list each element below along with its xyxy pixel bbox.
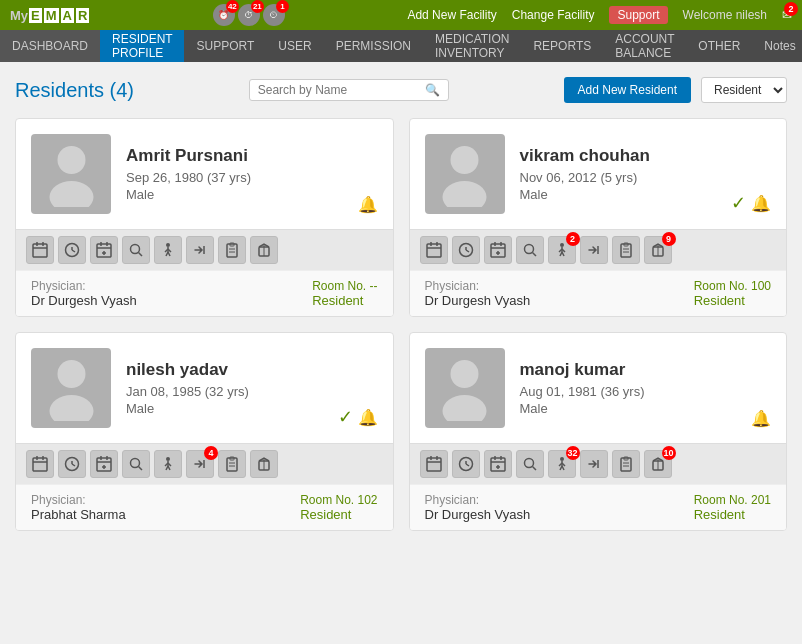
nav-user[interactable]: USER bbox=[266, 30, 323, 62]
action-icon-1[interactable] bbox=[58, 236, 86, 264]
add-new-resident-button[interactable]: Add New Resident bbox=[564, 77, 691, 103]
nav-support[interactable]: SUPPORT bbox=[184, 30, 266, 62]
resident-gender-0: Male bbox=[126, 187, 378, 202]
status-icons-1: ✓🔔 bbox=[731, 192, 771, 214]
action-icon-0[interactable] bbox=[26, 236, 54, 264]
clock-icon-3[interactable]: ⏲1 bbox=[263, 4, 285, 26]
resident-name-1: vikram chouhan bbox=[520, 146, 772, 166]
status-icons-0: 🔔 bbox=[358, 195, 378, 214]
action-icon-2[interactable] bbox=[484, 236, 512, 264]
room-type-0: Resident bbox=[312, 293, 377, 308]
action-icon-0[interactable] bbox=[26, 450, 54, 478]
resident-card-2: nilesh yadav Jan 08, 1985 (32 yrs) Male … bbox=[15, 332, 394, 531]
svg-point-17 bbox=[166, 243, 170, 247]
svg-point-75 bbox=[166, 457, 170, 461]
svg-line-51 bbox=[562, 252, 564, 256]
action-icon-4[interactable] bbox=[154, 450, 182, 478]
clock-badge-2: 21 bbox=[251, 0, 264, 13]
svg-point-44 bbox=[524, 245, 533, 254]
action-icon-4[interactable]: 2 bbox=[548, 236, 576, 264]
clock-icons-group: ⏰42 ⏱21 ⏲1 bbox=[213, 4, 285, 26]
action-icon-6[interactable] bbox=[218, 236, 246, 264]
top-bar-links: Add New Facility Change Facility Support… bbox=[407, 6, 792, 24]
svg-point-58 bbox=[57, 360, 85, 388]
room-type-3: Resident bbox=[694, 507, 771, 522]
physician-label-2: Physician: bbox=[31, 493, 126, 507]
room-type-1: Resident bbox=[694, 293, 771, 308]
svg-point-15 bbox=[131, 245, 140, 254]
action-icon-0[interactable] bbox=[420, 450, 448, 478]
change-facility-link[interactable]: Change Facility bbox=[512, 8, 595, 22]
action-icon-5[interactable] bbox=[580, 450, 608, 478]
action-badge-4: 2 bbox=[566, 232, 580, 246]
action-icon-7[interactable]: 10 bbox=[644, 450, 672, 478]
resident-card-1: vikram chouhan Nov 06, 2012 (5 yrs) Male… bbox=[409, 118, 788, 317]
physician-value-0: Dr Durgesh Vyash bbox=[31, 293, 137, 308]
footer-room-1: Room No. 100 Resident bbox=[694, 279, 771, 308]
action-icon-5[interactable] bbox=[580, 236, 608, 264]
svg-line-80 bbox=[168, 466, 170, 470]
nav-resident-profile[interactable]: RESIDENT PROFILE bbox=[100, 30, 184, 62]
svg-rect-67 bbox=[97, 458, 111, 471]
action-icon-3[interactable] bbox=[122, 450, 150, 478]
action-icon-7[interactable] bbox=[250, 450, 278, 478]
nav-reports[interactable]: REPORTS bbox=[521, 30, 603, 62]
nav-medication-inventory[interactable]: MEDICATION INVENTORY bbox=[423, 30, 521, 62]
svg-point-1 bbox=[49, 181, 93, 207]
action-icon-2[interactable] bbox=[484, 450, 512, 478]
svg-point-29 bbox=[451, 146, 479, 174]
svg-line-45 bbox=[532, 253, 536, 257]
action-icon-5[interactable] bbox=[186, 236, 214, 264]
action-icon-0[interactable] bbox=[420, 236, 448, 264]
support-button[interactable]: Support bbox=[609, 6, 667, 24]
clock-icon-2[interactable]: ⏱21 bbox=[238, 4, 260, 26]
nav-dashboard[interactable]: DASHBOARD bbox=[0, 30, 100, 62]
welcome-text: Welcome nilesh bbox=[683, 8, 767, 22]
resident-gender-3: Male bbox=[520, 401, 772, 416]
action-icon-7[interactable]: 9 bbox=[644, 236, 672, 264]
physician-value-1: Dr Durgesh Vyash bbox=[425, 293, 531, 308]
action-icon-4[interactable]: 32 bbox=[548, 450, 576, 478]
action-icon-1[interactable] bbox=[58, 450, 86, 478]
svg-line-37 bbox=[466, 250, 469, 252]
nav-permission[interactable]: PERMISSION bbox=[324, 30, 423, 62]
action-icon-3[interactable] bbox=[516, 236, 544, 264]
footer-room-0: Room No. -- Resident bbox=[312, 279, 377, 308]
page-content: Residents (4) 🔍 Add New Resident Residen… bbox=[0, 62, 802, 546]
footer-room-2: Room No. 102 Resident bbox=[300, 493, 377, 522]
action-icon-2[interactable] bbox=[90, 236, 118, 264]
action-icon-3[interactable] bbox=[516, 450, 544, 478]
clock-icon-1[interactable]: ⏰42 bbox=[213, 4, 235, 26]
resident-dob-0: Sep 26, 1980 (37 yrs) bbox=[126, 170, 378, 185]
search-box[interactable]: 🔍 bbox=[249, 79, 449, 101]
card-footer-3: Physician: Dr Durgesh Vyash Room No. 201… bbox=[410, 484, 787, 530]
logo-emar: EMAR bbox=[28, 7, 90, 23]
svg-rect-89 bbox=[427, 458, 441, 471]
action-icon-3[interactable] bbox=[122, 236, 150, 264]
action-icon-6[interactable] bbox=[612, 236, 640, 264]
action-icon-5[interactable]: 4 bbox=[186, 450, 214, 478]
search-input[interactable] bbox=[258, 83, 425, 97]
resident-card-3: manoj kumar Aug 01, 1981 (36 yrs) Male 🔔 bbox=[409, 332, 788, 531]
action-icon-1[interactable] bbox=[452, 236, 480, 264]
nav-account-balance[interactable]: ACCOUNT BALANCE bbox=[603, 30, 686, 62]
mail-icon[interactable]: ✉2 bbox=[782, 8, 792, 22]
action-icon-6[interactable] bbox=[612, 450, 640, 478]
svg-rect-60 bbox=[33, 458, 47, 471]
add-facility-link[interactable]: Add New Facility bbox=[407, 8, 496, 22]
action-icon-2[interactable] bbox=[90, 450, 118, 478]
action-icon-1[interactable] bbox=[452, 450, 480, 478]
svg-rect-31 bbox=[427, 244, 441, 257]
nav-other[interactable]: OTHER bbox=[686, 30, 752, 62]
action-icon-4[interactable] bbox=[154, 236, 182, 264]
check-icon: ✓ bbox=[338, 406, 353, 428]
svg-point-59 bbox=[49, 395, 93, 421]
bell-icon: 🔔 bbox=[751, 409, 771, 428]
footer-physician-3: Physician: Dr Durgesh Vyash bbox=[425, 493, 531, 522]
card-body: Amrit Pursnani Sep 26, 1980 (37 yrs) Mal… bbox=[16, 119, 393, 229]
action-icon-6[interactable] bbox=[218, 450, 246, 478]
resident-dob-3: Aug 01, 1981 (36 yrs) bbox=[520, 384, 772, 399]
action-icon-7[interactable] bbox=[250, 236, 278, 264]
resident-type-select[interactable]: Resident bbox=[701, 77, 787, 103]
nav-notes[interactable]: Notes bbox=[752, 30, 802, 62]
